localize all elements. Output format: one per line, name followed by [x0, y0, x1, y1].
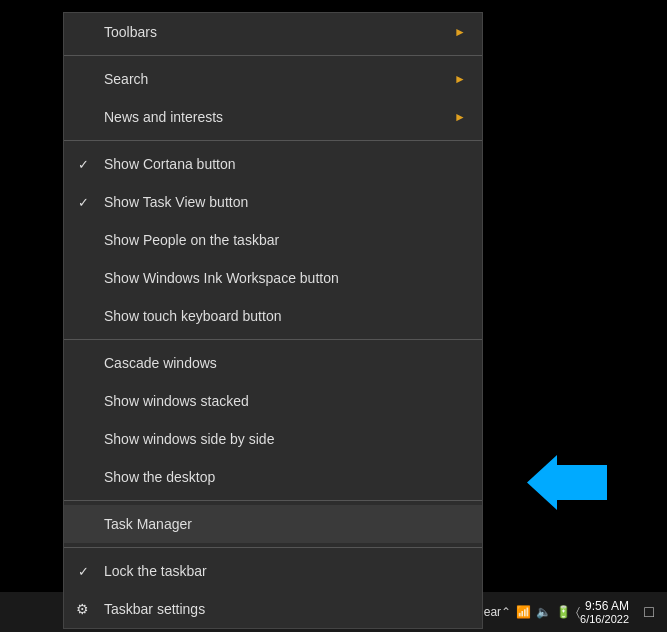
- lock-label: Lock the taskbar: [104, 563, 207, 579]
- menu-item-taskview[interactable]: ✓ Show Task View button: [64, 183, 482, 221]
- clock-time: 9:56 AM: [585, 599, 629, 613]
- chevron-up-icon[interactable]: ⌃: [501, 605, 511, 619]
- separator-5: [64, 547, 482, 548]
- pointer-arrow: [527, 455, 607, 510]
- lock-check-icon: ✓: [78, 564, 89, 579]
- taskview-label: Show Task View button: [104, 194, 248, 210]
- menu-item-sidebyside[interactable]: Show windows side by side: [64, 420, 482, 458]
- menu-item-toolbars[interactable]: Toolbars ►: [64, 13, 482, 51]
- cortana-check-icon: ✓: [78, 157, 89, 172]
- taskmanager-label: Task Manager: [104, 516, 192, 532]
- toolbars-arrow-icon: ►: [454, 25, 466, 39]
- keyboard-label: Show touch keyboard button: [104, 308, 281, 324]
- clock-date: 6/16/2022: [580, 613, 629, 625]
- menu-item-cascade[interactable]: Cascade windows: [64, 344, 482, 382]
- cascade-label: Cascade windows: [104, 355, 217, 371]
- menu-item-desktop[interactable]: Show the desktop: [64, 458, 482, 496]
- menu-item-stacked[interactable]: Show windows stacked: [64, 382, 482, 420]
- notification-button[interactable]: □: [635, 598, 663, 626]
- separator-1: [64, 55, 482, 56]
- sidebyside-label: Show windows side by side: [104, 431, 274, 447]
- cortana-label: Show Cortana button: [104, 156, 236, 172]
- taskview-check-icon: ✓: [78, 195, 89, 210]
- menu-item-keyboard[interactable]: Show touch keyboard button: [64, 297, 482, 335]
- separator-3: [64, 339, 482, 340]
- svg-marker-0: [527, 455, 607, 510]
- network-icon: 📶: [516, 605, 531, 619]
- menu-item-settings[interactable]: ⚙ Taskbar settings: [64, 590, 482, 628]
- stacked-label: Show windows stacked: [104, 393, 249, 409]
- menu-item-lock[interactable]: ✓ Lock the taskbar: [64, 552, 482, 590]
- toolbars-label: Toolbars: [104, 24, 157, 40]
- menu-item-news[interactable]: News and interests ►: [64, 98, 482, 136]
- separator-2: [64, 140, 482, 141]
- clock-area[interactable]: 9:56 AM 6/16/2022: [580, 599, 629, 625]
- search-arrow-icon: ►: [454, 72, 466, 86]
- menu-item-people[interactable]: Show People on the taskbar: [64, 221, 482, 259]
- desktop-label: Show the desktop: [104, 469, 215, 485]
- search-label: Search: [104, 71, 148, 87]
- battery-icon: 🔋: [556, 605, 571, 619]
- menu-item-search[interactable]: Search ►: [64, 60, 482, 98]
- menu-item-taskmanager[interactable]: Task Manager: [64, 505, 482, 543]
- settings-label: Taskbar settings: [104, 601, 205, 617]
- menu-item-ink[interactable]: Show Windows Ink Workspace button: [64, 259, 482, 297]
- news-label: News and interests: [104, 109, 223, 125]
- news-arrow-icon: ►: [454, 110, 466, 124]
- ink-label: Show Windows Ink Workspace button: [104, 270, 339, 286]
- volume-icon: 🔈: [536, 605, 551, 619]
- context-menu: Toolbars ► Search ► News and interests ►…: [63, 12, 483, 629]
- gear-icon: ⚙: [76, 601, 89, 617]
- separator-4: [64, 500, 482, 501]
- people-label: Show People on the taskbar: [104, 232, 279, 248]
- system-tray: ⌃ 📶 🔈 🔋 〈: [501, 605, 580, 619]
- menu-item-cortana[interactable]: ✓ Show Cortana button: [64, 145, 482, 183]
- notification-icon: □: [644, 603, 654, 621]
